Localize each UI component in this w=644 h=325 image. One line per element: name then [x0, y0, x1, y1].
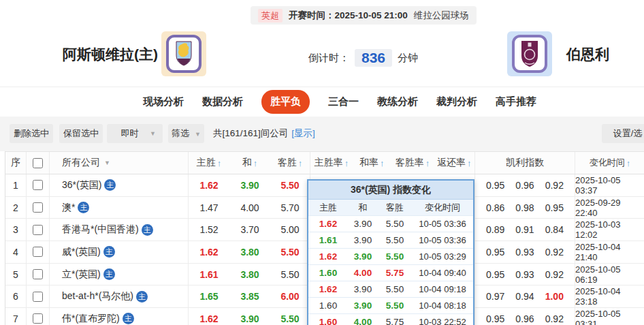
popup-home-odds: 1.62 — [308, 251, 348, 262]
draw-odds[interactable]: 3.90 — [229, 308, 270, 325]
instant-dropdown[interactable]: 即时 ▼ — [107, 124, 163, 143]
home-odds[interactable]: 1.62 — [189, 174, 229, 196]
header-away-rate[interactable]: 客胜率↑ — [391, 157, 434, 169]
draw-odds[interactable]: 4.00 — [229, 197, 270, 219]
home-odds[interactable]: 1.52 — [189, 219, 229, 241]
row-checkbox[interactable] — [33, 292, 43, 302]
home-odds[interactable]: 1.65 — [189, 285, 229, 307]
header-draw-rate-label: 和率 — [359, 157, 379, 169]
host-badge-icon: 主 — [103, 246, 115, 258]
company-name[interactable]: 36*(英国) — [62, 179, 101, 191]
kelly-draw: 0.91 — [515, 224, 534, 235]
header-home-odds[interactable]: 主胜↑ — [189, 152, 229, 174]
tab-coach-analysis[interactable]: 教练分析 — [377, 95, 418, 108]
change-time: 2025-10-05 06:19 — [575, 264, 644, 285]
header-return-rate[interactable]: 返还率↑ — [434, 157, 474, 169]
popup-change-time: 10-05 03:29 — [412, 251, 473, 262]
tab-referee-analysis[interactable]: 裁判分析 — [436, 95, 477, 108]
company-name[interactable]: 澳* — [62, 202, 75, 214]
away-odds[interactable]: 5.70 — [270, 197, 310, 219]
away-odds[interactable]: 6.00 — [270, 285, 310, 307]
company-name[interactable]: 伟*(直布罗陀) — [62, 313, 120, 325]
row-checkbox[interactable] — [33, 225, 43, 235]
away-odds[interactable]: 5.50 — [270, 174, 310, 196]
match-info-bar: 英超 开赛时间：2025-10-05 21:00 维拉公园球场 — [251, 6, 477, 25]
row-index: 7 — [5, 308, 27, 325]
popup-draw-odds: 3.90 — [348, 251, 378, 262]
kelly-home: 0.95 — [486, 247, 504, 258]
show-link[interactable]: [显示] — [291, 128, 315, 138]
change-time: 2025-09-29 22:40 — [575, 197, 644, 219]
company-name[interactable]: 立*(英国) — [62, 268, 101, 281]
row-index: 1 — [5, 174, 27, 196]
popup-draw-odds: 3.90 — [348, 300, 378, 311]
draw-odds[interactable]: 3.70 — [229, 219, 270, 241]
countdown-unit: 分钟 — [398, 52, 418, 65]
header-draw-label: 和 — [242, 157, 252, 169]
away-team-logo-icon — [507, 31, 552, 76]
tab-win-draw-lose[interactable]: 胜平负 — [261, 90, 310, 114]
row-checkbox[interactable] — [33, 202, 43, 213]
tab-expert-picks[interactable]: 高手推荐 — [496, 95, 536, 108]
popup-home-odds: 1.62 — [308, 284, 348, 294]
countdown-label: 倒计时： — [308, 52, 349, 65]
company-count-text: 共[161/161]间公司 — [213, 128, 288, 138]
kelly-away: 0.95 — [545, 202, 564, 213]
kelly-home: 0.95 — [486, 269, 504, 280]
header-change-time[interactable]: 变化时间↑ — [575, 152, 644, 174]
filter-dropdown[interactable]: 筛选▼ — [168, 124, 204, 143]
settings-button[interactable]: 设置/选 — [602, 124, 644, 143]
header-draw-odds[interactable]: 和↑ — [229, 152, 270, 174]
draw-odds[interactable]: 3.85 — [229, 285, 270, 307]
away-odds[interactable]: 5.50 — [270, 308, 310, 325]
keep-selected-button[interactable]: 保留选中 — [59, 124, 103, 143]
kelly-away: 1.00 — [545, 291, 564, 302]
sort-up-icon: ↑ — [217, 158, 222, 168]
header-return-rate-label: 返还率 — [437, 157, 466, 169]
table-header-row: 序 所有公司 ▼ 主胜↑ 和↑ 客胜↑ 主胜率↑ 和率↑ 客胜率↑ 返还率↑ 凯… — [5, 151, 644, 174]
popup-draw-odds: 4.00 — [348, 268, 378, 278]
draw-odds[interactable]: 3.80 — [229, 264, 270, 285]
header-home-rate[interactable]: 主胜率↑ — [310, 157, 353, 169]
tab-three-in-one[interactable]: 三合一 — [328, 95, 359, 108]
row-checkbox[interactable] — [33, 313, 43, 324]
kelly-draw: 0.98 — [515, 202, 534, 213]
delete-selected-button[interactable]: 删除选中 — [10, 124, 53, 143]
away-odds[interactable]: 5.50 — [270, 264, 310, 285]
sort-up-icon: ↑ — [467, 158, 472, 168]
row-checkbox[interactable] — [33, 180, 43, 190]
select-all-checkbox[interactable] — [33, 158, 43, 168]
company-name[interactable]: 香港马*(中国香港) — [62, 223, 139, 236]
away-odds[interactable]: 5.50 — [270, 241, 310, 263]
home-odds[interactable]: 1.62 — [189, 308, 229, 325]
company-name[interactable]: 威*(英国) — [62, 246, 101, 258]
away-odds[interactable]: 5.00 — [270, 219, 310, 241]
league-badge[interactable]: 英超 — [258, 9, 283, 22]
header-draw-rate[interactable]: 和率↑ — [353, 157, 391, 169]
row-checkbox[interactable] — [33, 247, 43, 257]
tab-live-analysis[interactable]: 现场分析 — [143, 95, 184, 108]
popup-draw-odds: 3.90 — [348, 219, 378, 229]
home-odds[interactable]: 1.62 — [189, 241, 229, 263]
header-away-odds[interactable]: 客胜↑ — [270, 152, 310, 174]
tab-data-analysis[interactable]: 数据分析 — [202, 95, 243, 108]
home-odds[interactable]: 1.47 — [189, 197, 229, 219]
header-away-label: 客胜 — [278, 157, 297, 169]
popup-row: 1.62 3.90 5.50 10-05 03:36 — [308, 216, 473, 232]
header-company[interactable]: 所有公司 ▼ — [50, 152, 189, 174]
popup-change-time: 10-04 08:18 — [412, 300, 473, 311]
popup-header-draw: 和 — [348, 202, 378, 214]
popup-row: 1.60 3.90 5.50 10-04 08:18 — [308, 298, 473, 314]
sort-up-icon: ↑ — [425, 158, 430, 168]
header-home-label: 主胜 — [197, 157, 216, 169]
countdown: 倒计时： 836 分钟 — [308, 49, 418, 67]
popup-change-time: 10-04 09:18 — [412, 284, 473, 294]
draw-odds[interactable]: 3.80 — [229, 241, 270, 263]
filter-dropdown-label: 筛选 — [172, 128, 189, 138]
draw-odds[interactable]: 3.90 — [229, 174, 270, 196]
kelly-home: 0.97 — [486, 291, 504, 302]
company-name[interactable]: bet-at-h*(马尔他) — [62, 290, 133, 303]
home-odds[interactable]: 1.61 — [189, 264, 229, 285]
header-away-rate-label: 客胜率 — [396, 157, 424, 169]
row-checkbox[interactable] — [33, 269, 43, 279]
